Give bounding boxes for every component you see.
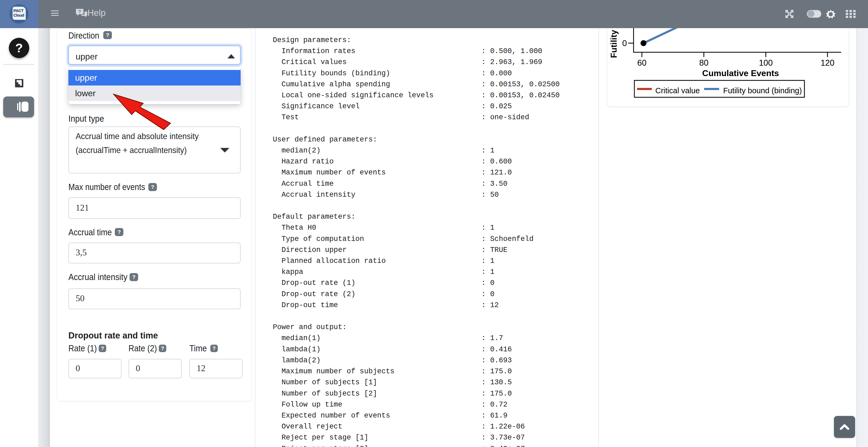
svg-text:120: 120 xyxy=(820,58,834,68)
svg-text:?: ? xyxy=(78,9,81,14)
svg-text:60: 60 xyxy=(637,58,646,68)
svg-text:100: 100 xyxy=(759,58,773,68)
svg-text:0: 0 xyxy=(622,39,627,48)
svg-text:Cumulative Events: Cumulative Events xyxy=(702,68,779,78)
svg-text:80: 80 xyxy=(699,58,708,68)
svg-text:Critical value: Critical value xyxy=(655,86,700,95)
svg-text:Futility: Futility xyxy=(609,30,619,58)
svg-text:Futility bound (binding): Futility bound (binding) xyxy=(723,86,802,95)
